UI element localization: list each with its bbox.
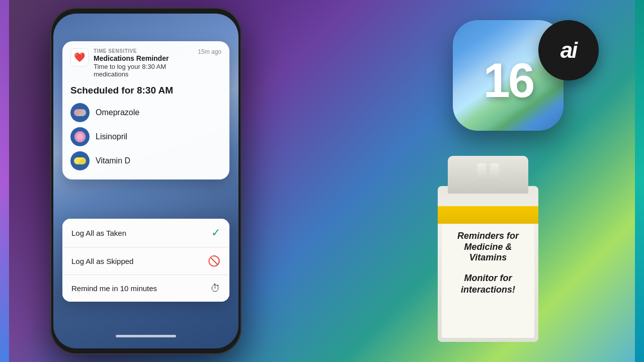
- notification-card[interactable]: ❤️ TIME SENSITIVE Medications Reminder T…: [62, 41, 229, 179]
- log-skipped-button[interactable]: Log All as Skipped 🚫: [62, 247, 229, 275]
- app-icon: ❤️: [70, 48, 89, 66]
- notification-header: ❤️ TIME SENSITIVE Medications Reminder T…: [70, 48, 221, 78]
- list-item: Omeprazole: [70, 103, 221, 122]
- list-item: Vitamin D: [70, 151, 221, 170]
- medication-list: Omeprazole Lisinopril Vitamin D: [70, 103, 221, 170]
- notification-time: 15m ago: [198, 48, 221, 55]
- medicine-bottle: Reminders forMedicine &Vitamins Monitor …: [418, 156, 558, 352]
- phone-screen: ❤️ TIME SENSITIVE Medications Reminder T…: [53, 14, 238, 348]
- log-skipped-label: Log All as Skipped: [71, 257, 133, 265]
- pill-lisinopril: [74, 131, 86, 142]
- checkmark-icon: ✓: [211, 226, 220, 239]
- notification-text-block: TIME SENSITIVE Medications Reminder Time…: [94, 48, 193, 78]
- bottle-cap-tabs: [465, 163, 511, 181]
- ios16-number: 16: [484, 46, 533, 105]
- bottle-body: Reminders forMedicine &Vitamins Monitor …: [438, 186, 538, 342]
- cap-tab-right: [490, 163, 499, 181]
- remind-later-button[interactable]: Remind me in 10 minutes ⏱: [62, 275, 229, 302]
- clock-icon: ⏱: [210, 283, 220, 294]
- bottle-text-line2: Monitor forinteractions!: [461, 273, 515, 296]
- bottle-cap: [448, 156, 528, 194]
- vitamind-icon: [70, 151, 90, 170]
- phone-device: ❤️ TIME SENSITIVE Medications Reminder T…: [50, 8, 242, 354]
- ai-logo-text: ai: [560, 38, 577, 63]
- bottle-label-yellow: [438, 206, 538, 224]
- cap-tab-left: [477, 163, 486, 181]
- pill-vitamind: [74, 157, 86, 164]
- log-taken-button[interactable]: Log All as Taken ✓: [62, 219, 229, 247]
- home-indicator[interactable]: [116, 335, 176, 337]
- actions-card: Log All as Taken ✓ Log All as Skipped 🚫 …: [62, 219, 229, 302]
- log-taken-label: Log All as Taken: [71, 229, 126, 237]
- medication-name: Vitamin D: [96, 156, 130, 165]
- scheduled-time-label: Scheduled for 8:30 AM: [70, 85, 221, 96]
- pill-omeprazole: [74, 109, 86, 116]
- medication-name: Lisinopril: [96, 132, 127, 141]
- no-entry-icon: 🚫: [208, 255, 220, 267]
- omeprazole-icon: [70, 103, 90, 122]
- app-name-label: Medications Reminder: [94, 54, 193, 62]
- right-section: 16 ai Reminders forMedicine &Vitamins Mo…: [403, 0, 614, 362]
- ai-logo: ai: [538, 20, 599, 80]
- bottle-label-white: Reminders forMedicine &Vitamins Monitor …: [442, 224, 534, 338]
- bottle-text-line1: Reminders forMedicine &Vitamins: [457, 231, 519, 263]
- notification-message: Time to log your 8:30 AM medications: [94, 63, 193, 78]
- heart-icon: ❤️: [74, 52, 85, 63]
- lisinopril-icon: [70, 127, 90, 146]
- remind-label: Remind me in 10 minutes: [71, 284, 157, 293]
- medication-name: Omeprazole: [96, 108, 139, 117]
- right-accent-strip: [635, 0, 644, 362]
- list-item: Lisinopril: [70, 127, 221, 146]
- time-sensitive-label: TIME SENSITIVE: [94, 48, 193, 54]
